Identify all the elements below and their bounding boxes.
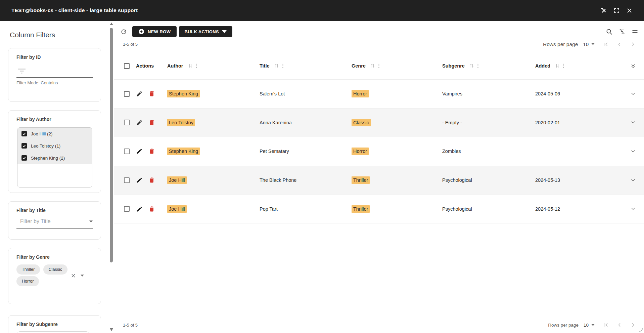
select-all-checkbox[interactable] [124, 63, 130, 69]
column-header-title[interactable]: Title [260, 63, 352, 69]
sort-icon[interactable] [274, 64, 279, 68]
delete-icon[interactable] [148, 90, 155, 97]
resize-grip[interactable] [638, 327, 643, 332]
table-panel: NEW ROW BULK ACTIONS [114, 21, 644, 333]
cell-added: 2024-05-12 [535, 206, 628, 212]
scroll-down-icon[interactable] [110, 328, 113, 331]
filter-off-icon[interactable] [618, 28, 626, 35]
table-row: Joe Hill Pop Tart Thriller Psychological… [114, 195, 644, 223]
filter-id-input[interactable] [16, 77, 93, 78]
row-height-icon[interactable] [631, 28, 638, 35]
subgenre-listbox[interactable] [17, 331, 89, 333]
row-checkbox[interactable] [124, 177, 130, 183]
rows-per-page-value[interactable]: 10 [584, 323, 589, 328]
column-menu-icon[interactable] [378, 64, 380, 68]
cell-author: Joe Hill [167, 205, 260, 213]
delete-icon[interactable] [148, 148, 155, 155]
cell-genre: Classic [352, 119, 442, 126]
row-checkbox[interactable] [124, 149, 130, 154]
next-page-icon[interactable] [630, 322, 636, 328]
row-expand-icon[interactable] [630, 120, 644, 125]
delete-icon[interactable] [148, 177, 155, 183]
row-actions [136, 177, 167, 183]
chevron-down-icon[interactable] [591, 43, 595, 45]
edit-icon[interactable] [136, 119, 143, 126]
sort-icon[interactable] [469, 64, 474, 68]
new-row-button[interactable]: NEW ROW [132, 26, 177, 37]
filter-card-subgenre: Filter by Subgenre [8, 315, 101, 333]
first-page-icon[interactable] [603, 41, 609, 47]
row-checkbox[interactable] [124, 120, 130, 125]
delete-icon[interactable] [148, 206, 155, 212]
checkbox-checked-icon[interactable] [21, 143, 27, 149]
sort-icon[interactable] [370, 64, 375, 68]
genre-chip[interactable]: Classic [43, 264, 67, 275]
rows-per-page-value[interactable]: 10 [583, 41, 589, 47]
checkbox-checked-icon[interactable] [21, 131, 27, 136]
collapse-all-icon[interactable] [630, 63, 644, 69]
filter-card-author: Filter by Author Joe Hill (2) Leo To [8, 110, 101, 193]
column-header-subgenre[interactable]: Subgenre [442, 63, 535, 69]
cell-subgenre: Zombies [442, 149, 535, 154]
scrollbar-thumb[interactable] [110, 28, 113, 262]
edit-icon[interactable] [136, 90, 143, 97]
table-row: Stephen King Pet Sematary Horror Zombies [114, 137, 644, 166]
search-icon[interactable] [606, 28, 613, 35]
toolbar: NEW ROW BULK ACTIONS [114, 21, 644, 39]
delete-icon[interactable] [148, 119, 155, 126]
close-icon[interactable] [626, 7, 633, 14]
cell-title: Anna Karenina [260, 120, 352, 125]
checkbox-checked-icon[interactable] [21, 155, 27, 161]
edit-icon[interactable] [136, 177, 143, 183]
title-filter-select[interactable]: Filter by Title [16, 218, 93, 224]
fullscreen-icon[interactable] [613, 7, 620, 14]
refresh-icon[interactable] [120, 28, 127, 35]
row-expand-icon[interactable] [630, 177, 644, 183]
author-listbox[interactable]: Joe Hill (2) Leo Tolstoy (1) Ste [17, 127, 92, 188]
row-expand-icon[interactable] [630, 91, 644, 97]
author-option[interactable]: Stephen King (2) [17, 152, 92, 164]
row-checkbox[interactable] [124, 206, 130, 212]
next-page-icon[interactable] [630, 41, 636, 47]
cell-title: The Black Phone [260, 177, 352, 183]
column-header-author[interactable]: Author [167, 63, 260, 69]
genre-chip[interactable]: Horror [16, 276, 39, 286]
table-tool-icons [606, 28, 638, 35]
row-checkbox[interactable] [124, 91, 130, 97]
genre-chip[interactable]: Thriller [16, 264, 40, 275]
author-option[interactable]: Leo Tolstoy (1) [17, 140, 92, 152]
scroll-up-icon[interactable] [110, 23, 113, 25]
cell-author: Stephen King [167, 148, 260, 155]
first-page-icon[interactable] [603, 322, 609, 328]
clear-icon[interactable] [71, 273, 76, 278]
bulk-actions-label: BULK ACTIONS [185, 29, 219, 34]
column-header-actions: Actions [136, 63, 167, 69]
row-range-label: 1-5 of 5 [123, 323, 138, 328]
cell-author: Stephen King [167, 90, 260, 97]
row-expand-icon[interactable] [630, 149, 644, 154]
filter-card-id: Filter by ID Filter Mode: Contains [8, 48, 101, 102]
sort-icon[interactable] [555, 64, 560, 68]
sort-icon[interactable] [188, 64, 193, 68]
sidebar-scrollbar[interactable] [109, 21, 113, 333]
bulk-actions-button[interactable]: BULK ACTIONS [179, 26, 233, 37]
tools-icon[interactable] [601, 7, 607, 14]
cell-title: Pop Tart [260, 206, 352, 212]
table-row: Joe Hill The Black Phone Thriller Psycho… [114, 166, 644, 195]
column-menu-icon[interactable] [477, 64, 479, 68]
column-header-genre[interactable]: Genre [352, 63, 442, 69]
row-expand-icon[interactable] [630, 206, 644, 212]
cell-genre: Horror [352, 148, 442, 155]
column-header-added[interactable]: Added [535, 63, 628, 69]
column-menu-icon[interactable] [282, 64, 284, 68]
author-option[interactable]: Joe Hill (2) [17, 128, 92, 140]
chevron-down-icon[interactable] [591, 324, 595, 326]
column-menu-icon[interactable] [563, 64, 564, 68]
prev-page-icon[interactable] [616, 41, 623, 47]
edit-icon[interactable] [136, 206, 143, 212]
column-menu-icon[interactable] [196, 64, 197, 68]
prev-page-icon[interactable] [616, 322, 623, 328]
edit-icon[interactable] [136, 148, 143, 155]
chevron-down-icon[interactable] [81, 275, 84, 277]
cell-added: 2024-05-13 [535, 177, 628, 183]
